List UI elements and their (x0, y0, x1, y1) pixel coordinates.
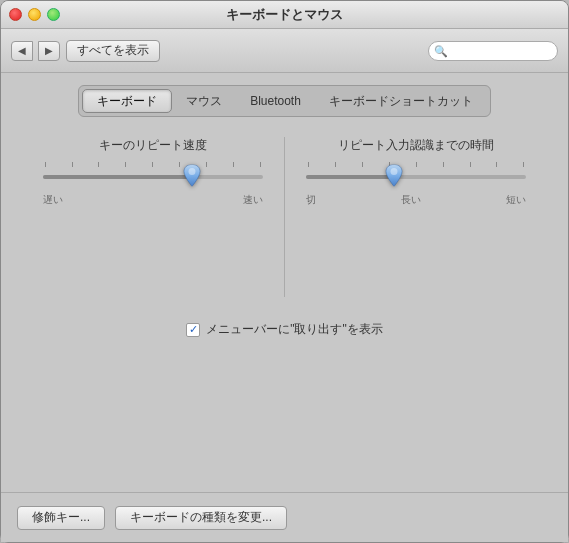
tick (308, 162, 309, 167)
close-button[interactable] (9, 8, 22, 21)
repeat-speed-label-slow: 遅い (43, 193, 63, 207)
repeat-delay-labels: 切 長い 短い (306, 193, 526, 207)
back-icon: ◀ (18, 45, 26, 56)
tick (125, 162, 126, 167)
main-window: キーボードとマウス ◀ ▶ すべてを表示 🔍 キーボード マウス Bluetoo… (0, 0, 569, 543)
toolbar: ◀ ▶ すべてを表示 🔍 (1, 29, 568, 73)
tick (416, 162, 417, 167)
tick (260, 162, 261, 167)
repeat-delay-label-short: 短い (506, 193, 526, 207)
checkbox-checkmark: ✓ (189, 323, 198, 336)
repeat-delay-track[interactable] (306, 175, 526, 179)
modifier-keys-button[interactable]: 修飾キー... (17, 506, 105, 530)
repeat-delay-track-container (306, 162, 526, 187)
slider-separator (284, 137, 285, 297)
bottom-bar: 修飾キー... キーボードの種類を変更... (1, 492, 568, 542)
content-area: キーボード マウス Bluetooth キーボードショートカット キーのリピート… (1, 73, 568, 492)
eject-checkbox[interactable]: ✓ (186, 323, 200, 337)
repeat-speed-ticks (43, 162, 263, 167)
tab-bluetooth[interactable]: Bluetooth (236, 89, 315, 113)
forward-button[interactable]: ▶ (38, 41, 60, 61)
tick (335, 162, 336, 167)
show-all-button[interactable]: すべてを表示 (66, 40, 160, 62)
tab-shortcuts[interactable]: キーボードショートカット (315, 89, 487, 113)
repeat-delay-label-off: 切 (306, 193, 316, 207)
tick (45, 162, 46, 167)
minimize-button[interactable] (28, 8, 41, 21)
tick (362, 162, 363, 167)
change-keyboard-button[interactable]: キーボードの種類を変更... (115, 506, 287, 530)
forward-icon: ▶ (45, 45, 53, 56)
tick (496, 162, 497, 167)
tick (72, 162, 73, 167)
repeat-speed-group: キーのリピート速度 (43, 137, 263, 297)
repeat-speed-labels: 遅い 速い (43, 193, 263, 207)
repeat-speed-track[interactable] (43, 175, 263, 179)
title-bar: キーボードとマウス (1, 1, 568, 29)
repeat-speed-label: キーのリピート速度 (99, 137, 207, 154)
tab-keyboard[interactable]: キーボード (82, 89, 172, 113)
tab-mouse[interactable]: マウス (172, 89, 236, 113)
eject-checkbox-label: メニューバーに"取り出す"を表示 (206, 321, 383, 338)
tick (206, 162, 207, 167)
tick (470, 162, 471, 167)
repeat-speed-label-fast: 速い (243, 193, 263, 207)
tab-bar: キーボード マウス Bluetooth キーボードショートカット (78, 85, 491, 117)
tick (443, 162, 444, 167)
tick (179, 162, 180, 167)
traffic-lights (1, 8, 60, 21)
search-input[interactable] (428, 41, 558, 61)
checkbox-section: ✓ メニューバーに"取り出す"を表示 (17, 321, 552, 338)
repeat-delay-thumb[interactable] (385, 165, 403, 190)
repeat-speed-track-container (43, 162, 263, 187)
tick (152, 162, 153, 167)
repeat-delay-label: リピート入力認識までの時間 (338, 137, 494, 154)
tick (523, 162, 524, 167)
tick (98, 162, 99, 167)
repeat-delay-label-long: 長い (401, 193, 421, 207)
window-title: キーボードとマウス (226, 6, 343, 24)
svg-point-0 (189, 168, 196, 175)
svg-point-1 (391, 168, 398, 175)
tick (233, 162, 234, 167)
repeat-speed-thumb[interactable] (183, 165, 201, 190)
sliders-section: キーのリピート速度 (17, 137, 552, 297)
repeat-delay-group: リピート入力認識までの時間 (306, 137, 526, 297)
back-button[interactable]: ◀ (11, 41, 33, 61)
repeat-delay-ticks (306, 162, 526, 167)
maximize-button[interactable] (47, 8, 60, 21)
search-container: 🔍 (428, 41, 558, 61)
